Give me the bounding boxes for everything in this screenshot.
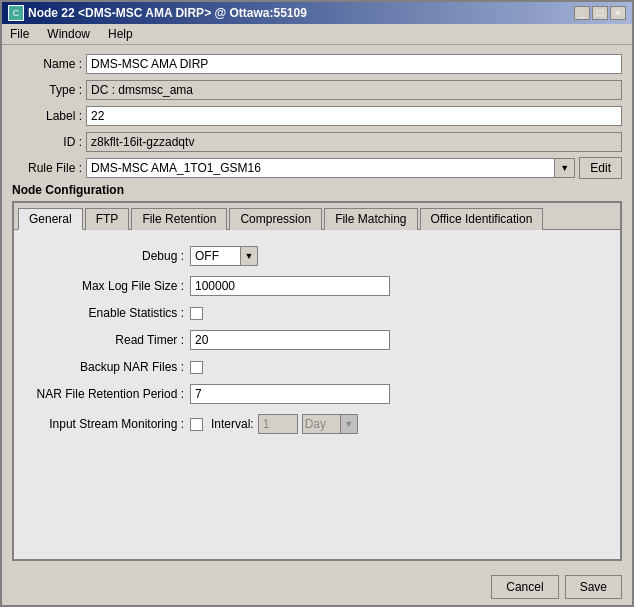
tabs-row: General FTP File Retention Compression F… [14,203,620,229]
label-input[interactable] [86,106,622,126]
menu-file[interactable]: File [6,26,33,42]
debug-wrap: ▼ [190,246,258,266]
name-row: Name : [12,53,622,75]
backup-nar-label: Backup NAR Files : [34,360,184,374]
debug-label: Debug : [34,249,184,263]
max-log-input[interactable] [190,276,390,296]
tab-compression[interactable]: Compression [229,208,322,230]
rule-file-dropdown-btn[interactable]: ▼ [555,158,575,178]
label-label: Label : [12,109,82,123]
input-stream-label: Input Stream Monitoring : [34,417,184,431]
close-button[interactable]: ✕ [610,6,626,20]
rule-file-label: Rule File : [12,161,82,175]
title-bar: C Node 22 <DMS-MSC AMA DIRP> @ Ottawa:55… [2,2,632,24]
window-title: Node 22 <DMS-MSC AMA DIRP> @ Ottawa:5510… [28,6,307,20]
interval-unit-input [302,414,340,434]
type-input [86,80,622,100]
debug-dropdown-btn[interactable]: ▼ [240,246,258,266]
tab-file-retention[interactable]: File Retention [131,208,227,230]
maximize-button[interactable]: □ [592,6,608,20]
tab-office-identification[interactable]: Office Identification [420,208,544,230]
tab-ftp[interactable]: FTP [85,208,130,230]
rule-file-input[interactable] [86,158,555,178]
title-bar-left: C Node 22 <DMS-MSC AMA DIRP> @ Ottawa:55… [8,5,307,21]
title-buttons: _ □ ✕ [574,6,626,20]
enable-stats-label: Enable Statistics : [34,306,184,320]
edit-button[interactable]: Edit [579,157,622,179]
cancel-button[interactable]: Cancel [491,575,558,599]
read-timer-row: Read Timer : [34,330,600,350]
save-button[interactable]: Save [565,575,622,599]
backup-nar-checkbox[interactable] [190,361,203,374]
type-row: Type : [12,79,622,101]
id-label: ID : [12,135,82,149]
type-label: Type : [12,83,82,97]
minimize-button[interactable]: _ [574,6,590,20]
menu-window[interactable]: Window [43,26,94,42]
tab-general[interactable]: General [18,208,83,230]
input-stream-row: Input Stream Monitoring : Interval: ▼ [34,414,600,434]
debug-row: Debug : ▼ [34,246,600,266]
rule-file-select-wrap: ▼ [86,158,575,178]
tabs-container: General FTP File Retention Compression F… [12,201,622,561]
read-timer-label: Read Timer : [34,333,184,347]
id-input [86,132,622,152]
tab-content-general: Debug : ▼ Max Log File Size : Enable Sta… [14,229,620,559]
interval-dropdown-btn: ▼ [340,414,358,434]
interval-wrap: Interval: ▼ [190,414,358,434]
node-config-title: Node Configuration [12,183,622,197]
menu-help[interactable]: Help [104,26,137,42]
bottom-bar: Cancel Save [2,569,632,605]
name-input[interactable] [86,54,622,74]
read-timer-input[interactable] [190,330,390,350]
tab-file-matching[interactable]: File Matching [324,208,417,230]
content-area: Name : Type : Label : ID : Rule File : ▼… [2,45,632,569]
rule-file-row: Rule File : ▼ Edit [12,157,622,179]
main-window: C Node 22 <DMS-MSC AMA DIRP> @ Ottawa:55… [0,0,634,607]
max-log-label: Max Log File Size : [34,279,184,293]
backup-nar-row: Backup NAR Files : [34,360,600,374]
input-stream-checkbox[interactable] [190,418,203,431]
nar-retention-label: NAR File Retention Period : [34,387,184,401]
enable-stats-row: Enable Statistics : [34,306,600,320]
menu-bar: File Window Help [2,24,632,45]
enable-stats-checkbox[interactable] [190,307,203,320]
interval-label: Interval: [211,417,254,431]
debug-input[interactable] [190,246,240,266]
max-log-row: Max Log File Size : [34,276,600,296]
id-row: ID : [12,131,622,153]
nar-retention-row: NAR File Retention Period : [34,384,600,404]
nar-retention-input[interactable] [190,384,390,404]
window-icon: C [8,5,24,21]
interval-select-wrap: ▼ [302,414,358,434]
label-row: Label : [12,105,622,127]
interval-input [258,414,298,434]
node-config-section: Node Configuration General FTP File Rete… [12,183,622,561]
name-label: Name : [12,57,82,71]
